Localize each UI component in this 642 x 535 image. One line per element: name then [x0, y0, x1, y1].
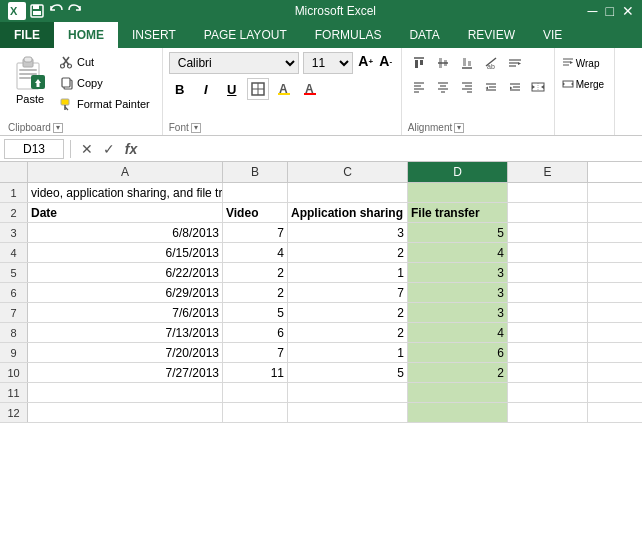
list-item[interactable]: 7 — [223, 223, 288, 242]
list-item[interactable]: 7/20/2013 — [28, 343, 223, 362]
list-item[interactable] — [408, 403, 508, 422]
col-header-e[interactable]: E — [508, 162, 588, 182]
list-item[interactable] — [408, 183, 508, 202]
list-item[interactable] — [508, 283, 588, 302]
decrease-font-btn[interactable]: A- — [377, 52, 395, 70]
list-item[interactable] — [508, 303, 588, 322]
list-item[interactable] — [223, 383, 288, 402]
angle-text-btn[interactable]: ab — [480, 52, 502, 74]
right-align-btn[interactable] — [456, 76, 478, 98]
list-item[interactable] — [508, 403, 588, 422]
list-item[interactable]: 3 — [408, 263, 508, 282]
formula-input[interactable] — [145, 140, 638, 158]
enter-formula-btn[interactable]: ✓ — [99, 139, 119, 159]
list-item[interactable] — [288, 403, 408, 422]
list-item[interactable]: 3 — [408, 303, 508, 322]
tab-formulas[interactable]: FORMULAS — [301, 22, 396, 48]
list-item[interactable]: 7/27/2013 — [28, 363, 223, 382]
list-item[interactable]: 6 — [408, 343, 508, 362]
tab-data[interactable]: DATA — [395, 22, 453, 48]
clipboard-expand-btn[interactable]: ▾ — [53, 123, 63, 133]
list-item[interactable]: 7/6/2013 — [28, 303, 223, 322]
list-item[interactable]: 11 — [223, 363, 288, 382]
list-item[interactable] — [223, 183, 288, 202]
list-item[interactable]: 5 — [223, 303, 288, 322]
col-header-a[interactable]: A — [28, 162, 223, 182]
list-item[interactable] — [288, 383, 408, 402]
list-item[interactable] — [28, 403, 223, 422]
center-align-btn[interactable] — [432, 76, 454, 98]
insert-function-btn[interactable]: fx — [121, 139, 141, 159]
list-item[interactable]: 6 — [223, 323, 288, 342]
list-item[interactable]: 6/22/2013 — [28, 263, 223, 282]
list-item[interactable] — [508, 243, 588, 262]
font-size-select[interactable]: 11 — [303, 52, 353, 74]
underline-button[interactable]: U — [221, 78, 243, 100]
wrap-text-btn[interactable] — [504, 52, 526, 74]
alignment-expand-btn[interactable]: ▾ — [454, 123, 464, 133]
list-item[interactable] — [508, 263, 588, 282]
list-item[interactable] — [508, 203, 588, 222]
fill-color-button[interactable]: A — [273, 78, 295, 100]
list-item[interactable] — [508, 183, 588, 202]
tab-page-layout[interactable]: PAGE LAYOUT — [190, 22, 301, 48]
list-item[interactable] — [508, 323, 588, 342]
close-btn[interactable]: ✕ — [622, 3, 634, 19]
copy-button[interactable]: Copy — [56, 73, 154, 93]
list-item[interactable] — [508, 383, 588, 402]
list-item[interactable]: 3 — [288, 223, 408, 242]
wrap-text-ribbon-btn[interactable]: Wrap — [559, 54, 610, 72]
list-item[interactable]: 4 — [223, 243, 288, 262]
list-item[interactable]: Video — [223, 203, 288, 222]
border-button[interactable] — [247, 78, 269, 100]
left-align-btn[interactable] — [408, 76, 430, 98]
cancel-formula-btn[interactable]: ✕ — [77, 139, 97, 159]
list-item[interactable]: 1 — [288, 343, 408, 362]
list-item[interactable]: 2 — [223, 283, 288, 302]
list-item[interactable]: 6/29/2013 — [28, 283, 223, 302]
list-item[interactable] — [28, 383, 223, 402]
cell-reference-input[interactable]: D13 — [4, 139, 64, 159]
list-item[interactable]: 2 — [288, 243, 408, 262]
paste-button[interactable]: Paste — [8, 52, 52, 122]
tab-file[interactable]: FILE — [0, 22, 54, 48]
list-item[interactable]: 3 — [408, 283, 508, 302]
decrease-indent-btn[interactable] — [480, 76, 502, 98]
bold-button[interactable]: B — [169, 78, 191, 100]
maximize-btn[interactable]: □ — [606, 3, 614, 19]
italic-button[interactable]: I — [195, 78, 217, 100]
list-item[interactable]: 6/15/2013 — [28, 243, 223, 262]
merge-ribbon-btn[interactable]: Merge — [559, 75, 610, 93]
tab-home[interactable]: HOME — [54, 22, 118, 48]
list-item[interactable] — [408, 383, 508, 402]
list-item[interactable]: 7 — [223, 343, 288, 362]
tab-insert[interactable]: INSERT — [118, 22, 190, 48]
list-item[interactable]: 2 — [408, 363, 508, 382]
merge-center-btn[interactable] — [528, 76, 548, 98]
list-item[interactable]: 7 — [288, 283, 408, 302]
col-header-c[interactable]: C — [288, 162, 408, 182]
tab-view[interactable]: VIE — [529, 22, 576, 48]
list-item[interactable]: File transfer — [408, 203, 508, 222]
increase-indent-btn[interactable] — [504, 76, 526, 98]
list-item[interactable]: Application sharing — [288, 203, 408, 222]
top-align-btn[interactable] — [408, 52, 430, 74]
list-item[interactable] — [508, 223, 588, 242]
tab-review[interactable]: REVIEW — [454, 22, 529, 48]
minimize-btn[interactable]: ─ — [588, 3, 598, 19]
list-item[interactable]: 5 — [408, 223, 508, 242]
list-item[interactable]: 7/13/2013 — [28, 323, 223, 342]
list-item[interactable] — [223, 403, 288, 422]
list-item[interactable]: 6/8/2013 — [28, 223, 223, 242]
increase-font-btn[interactable]: A+ — [357, 52, 375, 70]
format-painter-button[interactable]: Format Painter — [56, 94, 154, 114]
undo-icon[interactable] — [48, 3, 64, 19]
cut-button[interactable]: Cut — [56, 52, 154, 72]
col-header-b[interactable]: B — [223, 162, 288, 182]
list-item[interactable]: 1 — [288, 263, 408, 282]
save-icon[interactable] — [29, 3, 45, 19]
list-item[interactable]: 2 — [288, 323, 408, 342]
middle-align-btn[interactable] — [432, 52, 454, 74]
font-color-button[interactable]: A — [299, 78, 321, 100]
redo-icon[interactable] — [67, 3, 83, 19]
